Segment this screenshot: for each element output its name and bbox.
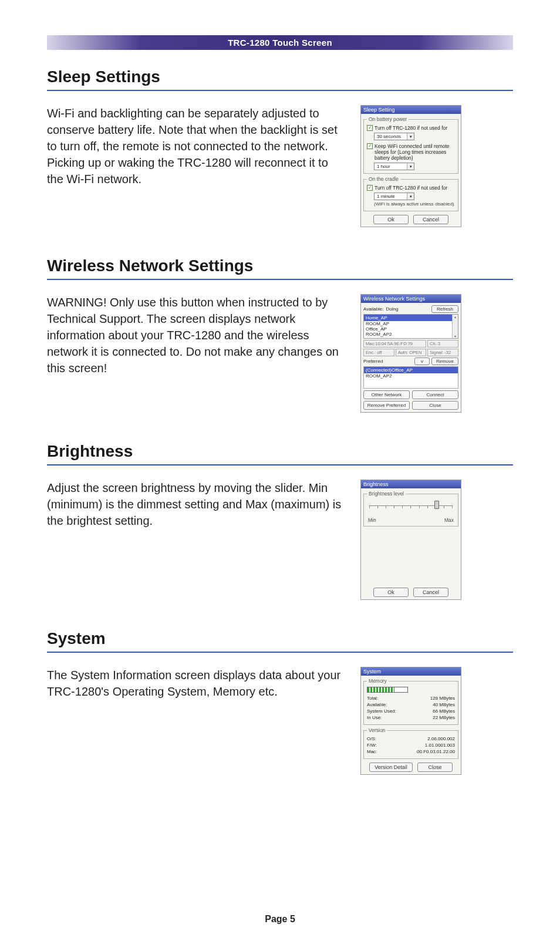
inuse-label: In Use: [367, 715, 382, 720]
list-item[interactable]: ROOM_AP [364, 321, 458, 326]
brightness-level-legend: Brightness level [367, 491, 406, 497]
slider-max-label: Max [444, 517, 454, 523]
preferred-item-connected[interactable]: (Connected)Office_AP [364, 367, 458, 373]
slider-min-label: Min [368, 517, 376, 523]
turnoff-battery-value: 30 seconds [375, 134, 407, 139]
brightness-panel: Brightness Brightness level Min Max Ok C… [360, 480, 461, 600]
inuse-unit: MBytes [439, 715, 455, 720]
mac-cell: Mac:10:04:5A:9E:FD:79 [363, 340, 426, 348]
wireless-body-text: WARNING! Only use this button when instr… [47, 294, 346, 376]
available-value: 40 [433, 702, 438, 707]
ok-button[interactable]: Ok [373, 588, 409, 597]
preferred-item[interactable]: ROOM_AP2 [364, 373, 458, 379]
page-footer: Page 5 [0, 914, 560, 925]
system-body-text: The System Information screen displays d… [47, 667, 346, 700]
system-heading: System [47, 629, 513, 653]
list-item[interactable]: Office_AP [364, 326, 458, 332]
slider-thumb[interactable] [434, 501, 439, 509]
cradle-legend: On the cradle [367, 176, 400, 182]
signal-cell: Signal: -32 [427, 349, 458, 356]
brightness-slider[interactable] [369, 505, 453, 516]
preferred-networks-list[interactable]: (Connected)Office_AP ROOM_AP2 [363, 366, 458, 389]
available-label: Available: [367, 702, 387, 707]
system-panel: System Memory Total:128 MBytes Available… [360, 667, 461, 775]
total-label: Total: [367, 696, 378, 701]
memory-legend: Memory [367, 678, 389, 684]
wireless-heading: Wireless Network Settings [47, 257, 513, 280]
wireless-settings-panel: Wireless Network Settings Available: Doi… [360, 294, 461, 413]
preferred-label: Preferred [363, 359, 413, 364]
chevron-down-icon: ▾ [407, 163, 414, 170]
system-panel-title: System [361, 667, 461, 676]
inuse-value: 22 [433, 715, 438, 720]
move-down-button[interactable]: v [414, 357, 430, 365]
remove-preferred-button[interactable]: Remove Preferred [363, 401, 410, 410]
close-button[interactable]: Close [412, 401, 458, 410]
wifi-always-active-note: (WiFi is always active unless disabled) [374, 201, 455, 207]
header-title: TRC-1280 Touch Screen [228, 38, 332, 48]
available-status: Doing [386, 306, 429, 312]
memory-group: Memory Total:128 MBytes Available:40 MBy… [363, 678, 458, 725]
sleep-settings-panel: Sleep Setting On battery power ✓ Turn of… [360, 105, 461, 227]
available-label: Available: [363, 306, 384, 312]
sysused-label: System Used: [367, 709, 396, 714]
sysused-value: 66 [433, 709, 438, 714]
wireless-panel-title: Wireless Network Settings [361, 295, 461, 303]
available-networks-list[interactable]: Home_AP ROOM_AP Office_AP ROOM_AP2 ▴▾ [363, 314, 458, 339]
available-unit: MBytes [439, 702, 455, 707]
keep-wifi-dropdown[interactable]: 1 hour ▾ [374, 163, 414, 170]
list-item-selected[interactable]: Home_AP [364, 315, 458, 321]
mac-label: Mac: [367, 749, 377, 754]
scrollbar[interactable]: ▴▾ [452, 315, 458, 338]
checkbox-turnoff-cradle[interactable]: ✓ [367, 185, 373, 191]
checkbox-keep-wifi[interactable]: ✓ [367, 143, 373, 149]
document-header: TRC-1280 Touch Screen [47, 35, 513, 50]
brightness-body-text: Adjust the screen brightness by moving t… [47, 480, 346, 529]
brightness-level-group: Brightness level Min Max [363, 491, 458, 527]
checkbox-turnoff-battery[interactable]: ✓ [367, 125, 373, 131]
mac-value: 00.F0.03.01.22.00 [417, 749, 455, 754]
list-item[interactable]: ROOM_AP2 [364, 332, 458, 337]
memory-bar [367, 687, 408, 693]
version-detail-button[interactable]: Version Detail [369, 763, 413, 772]
cradle-group: On the cradle ✓ Turn off TRC-1280 if not… [363, 176, 458, 211]
turnoff-battery-label: Turn off TRC-1280 if not used for [375, 125, 447, 131]
turnoff-battery-dropdown[interactable]: 30 seconds ▾ [374, 133, 414, 140]
version-legend: Version [367, 727, 387, 733]
ok-button[interactable]: Ok [373, 215, 409, 224]
close-button[interactable]: Close [417, 763, 453, 772]
brightness-panel-title: Brightness [361, 480, 461, 488]
turnoff-cradle-value: 1 minute [375, 194, 407, 199]
connect-button[interactable]: Connect [412, 390, 458, 399]
fw-label: F/W: [367, 743, 377, 748]
other-network-button[interactable]: Other Network [363, 390, 410, 399]
channel-cell: Ch.:3 [427, 340, 458, 348]
remove-button[interactable]: Remove [431, 357, 458, 365]
chevron-down-icon: ▾ [407, 193, 414, 200]
cancel-button[interactable]: Cancel [413, 215, 448, 224]
total-unit: MBytes [439, 696, 455, 701]
keep-wifi-label: Keep WiFi connected until remote sleeps … [375, 143, 455, 161]
os-value: 2.06.000.002 [427, 736, 455, 741]
sysused-unit: MBytes [439, 709, 455, 714]
cancel-button[interactable]: Cancel [413, 588, 448, 597]
sleep-heading: Sleep Settings [47, 68, 513, 91]
total-value: 128 [430, 696, 438, 701]
auth-cell: Auth: OPEN [396, 349, 427, 356]
keep-wifi-value: 1 hour [375, 164, 407, 169]
fw-value: 1.01.0001.003 [425, 743, 455, 748]
refresh-button[interactable]: Refresh [431, 305, 458, 313]
brightness-heading: Brightness [47, 442, 513, 465]
battery-power-group: On battery power ✓ Turn off TRC-1280 if … [363, 116, 458, 174]
battery-power-legend: On battery power [367, 116, 409, 122]
turnoff-cradle-label: Turn off TRC-1280 if not used for [375, 185, 447, 191]
chevron-down-icon: ▾ [407, 133, 414, 140]
turnoff-cradle-dropdown[interactable]: 1 minute ▾ [374, 193, 414, 200]
version-group: Version O/S:2.06.000.002 F/W:1.01.0001.0… [363, 727, 458, 759]
page-number: Page 5 [265, 914, 295, 924]
sleep-panel-title: Sleep Setting [361, 106, 461, 114]
enc-cell: Enc.: off [363, 349, 394, 356]
os-label: O/S: [367, 736, 376, 741]
sleep-body-text: Wi-Fi and backlighting can be separately… [47, 105, 346, 187]
